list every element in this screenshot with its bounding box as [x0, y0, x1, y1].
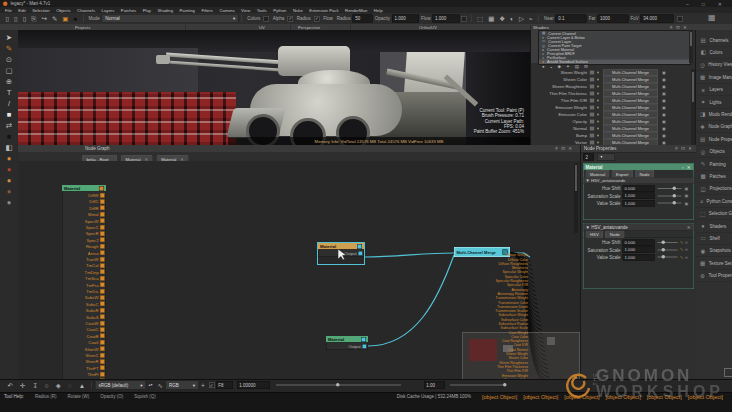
tool-icon[interactable]: ➤: [0, 32, 18, 43]
pane-title-perspective[interactable]: Perspective: [298, 25, 320, 30]
tool-icon[interactable]: ●: [0, 186, 18, 197]
window-control-button[interactable]: ✕: [718, 1, 722, 7]
multi-channel-merge-button[interactable]: Multi-Channel Merge: [603, 83, 658, 90]
multi-channel-merge-button[interactable]: Multi-Channel Merge: [603, 90, 658, 97]
properties-tab[interactable]: HSV: [586, 230, 604, 238]
channel-menu-icon[interactable]: ▣: [662, 126, 666, 131]
shaders-panel-title[interactable]: Shaders: [533, 25, 549, 30]
buffer-value-field[interactable]: 1.00000: [237, 381, 270, 389]
property-slider[interactable]: [658, 195, 682, 196]
palette-tab[interactable]: ◎ Objects: [696, 146, 732, 158]
paint-toolbar-icon[interactable]: ↧: [32, 382, 37, 389]
curve-icon[interactable]: ∿: [158, 382, 163, 389]
colorspace-dropdown[interactable]: sRGB (default)▾: [95, 381, 146, 390]
opacity-field[interactable]: 1.000: [392, 15, 419, 23]
properties-tab[interactable]: Node: [605, 230, 624, 238]
channel-swatch[interactable]: [590, 84, 595, 89]
channel-swatch[interactable]: [590, 112, 595, 117]
menu-item[interactable]: Extension Pack: [309, 8, 338, 13]
toolbar-icon[interactable]: ▯: [23, 15, 27, 22]
radius-field[interactable]: 50: [353, 15, 373, 23]
channel-menu-icon[interactable]: ▣: [662, 119, 666, 124]
node-graph-panel-controls[interactable]: ≡ ⊡ ✕: [555, 146, 573, 151]
toolbar-icon[interactable]: ▯: [6, 15, 10, 22]
window-control-button[interactable]: □: [702, 1, 705, 7]
channel-swatch[interactable]: [590, 98, 595, 103]
toolbar-icon[interactable]: ⬚: [477, 15, 483, 22]
toolbar-icon[interactable]: ↪: [41, 15, 46, 22]
pane-title-ortho[interactable]: Ortho/UV: [419, 25, 437, 30]
tool-icon[interactable]: ✎: [0, 43, 18, 54]
palette-tab[interactable]: ◧ Colors: [696, 46, 732, 58]
palette-tab[interactable]: ● Shaders: [696, 220, 732, 232]
shader-toolbar-icon[interactable]: ◆: [557, 64, 560, 69]
flow-checkbox[interactable]: [461, 16, 467, 22]
tool-icon[interactable]: ⇄: [0, 120, 18, 131]
channel-swatch[interactable]: [590, 91, 595, 96]
channel-swatch[interactable]: [590, 70, 595, 75]
palette-tab[interactable]: ▦ Texture Sets: [696, 257, 732, 269]
status-icon[interactable]: [object Object]: [647, 394, 682, 400]
menu-item[interactable]: Play: [143, 8, 151, 13]
tool-icon[interactable]: /: [0, 98, 18, 109]
properties-tab[interactable]: Node: [635, 170, 654, 178]
shader-toolbar-icon[interactable]: ◒: [550, 64, 553, 69]
property-reset-icon[interactable]: ▣: [685, 201, 689, 206]
status-icon[interactable]: [object Object]: [606, 394, 641, 400]
palette-tab[interactable]: ✎ Painting: [696, 158, 732, 170]
property-remove-icon[interactable]: ✕: [685, 240, 688, 245]
property-value-field[interactable]: 1.000: [623, 254, 655, 261]
menu-item[interactable]: Channels: [77, 8, 95, 13]
property-value-field[interactable]: 1.000: [623, 193, 655, 200]
channel-dropdown[interactable]: RGB▾: [166, 381, 199, 390]
section-close-icon[interactable]: ✕: [687, 224, 692, 229]
toolbar-checkbox[interactable]: Alpha: [262, 16, 286, 22]
section-header-controls[interactable]: ▫ ✕: [682, 164, 692, 169]
channel-swatch[interactable]: [590, 119, 595, 124]
status-icon[interactable]: [object Object]: [564, 394, 599, 400]
palette-tab[interactable]: ▤ Node Properties: [696, 133, 732, 145]
tool-icon[interactable]: ◧: [0, 142, 18, 153]
toolbar-icon[interactable]: ●: [73, 15, 77, 22]
paint-toolbar-icon[interactable]: ○: [45, 382, 49, 389]
shaders-panel-controls[interactable]: ≡ ⊡ ✕: [670, 25, 688, 30]
property-link-icon[interactable]: ✎: [680, 248, 683, 253]
output-port[interactable]: [362, 344, 367, 349]
palette-tab[interactable]: ⬚ Selection Groups: [696, 208, 732, 220]
far-field[interactable]: 1000: [597, 15, 628, 23]
channel-menu-icon[interactable]: ▣: [662, 77, 666, 82]
toolbar-icon[interactable]: ▦: [488, 15, 494, 22]
property-reset-icon[interactable]: ▣: [685, 194, 689, 199]
flow-field[interactable]: 1.000: [432, 15, 459, 23]
property-slider[interactable]: [658, 249, 678, 250]
zoom-slider[interactable]: [450, 385, 506, 386]
paint-mode-dropdown[interactable]: Normal▾: [102, 14, 239, 23]
shader-toolbar-icon[interactable]: ⊞: [584, 64, 588, 69]
menu-item[interactable]: Patches: [121, 8, 136, 13]
palette-tab[interactable]: ❖ Node Graph: [696, 121, 732, 133]
paint-checkbox[interactable]: ✓: [209, 382, 215, 388]
paint-toolbar-icon[interactable]: ◈: [56, 382, 61, 389]
palette-tab[interactable]: ▩ Patches: [696, 170, 732, 182]
paint-toolbar-icon[interactable]: ↶: [8, 382, 13, 389]
property-reset-icon[interactable]: ▣: [685, 186, 689, 191]
property-slider[interactable]: [658, 257, 678, 258]
shader-toolbar-icon[interactable]: ✦: [566, 64, 570, 69]
output-port[interactable]: [358, 251, 363, 256]
palette-tab[interactable]: ◨ Modo Render: [696, 108, 732, 120]
palette-tab[interactable]: ▭ Shelf: [696, 232, 732, 244]
properties-tab[interactable]: Export: [612, 170, 633, 178]
channel-menu-icon[interactable]: ▣: [662, 112, 666, 117]
paint-toolbar-icon[interactable]: ▲: [79, 382, 85, 389]
zoom-level-field[interactable]: 2: [583, 154, 594, 161]
palette-tab[interactable]: ✦ Lights: [696, 96, 732, 108]
toolbar-icon[interactable]: ▯: [14, 15, 18, 22]
material-node-lower[interactable]: Material Output: [326, 336, 368, 357]
multi-channel-merge-button[interactable]: Multi-Channel Merge: [603, 69, 658, 76]
palette-tab[interactable]: ▤ Channels: [696, 34, 732, 46]
tool-icon[interactable]: ●: [0, 153, 18, 164]
toolbar-icon[interactable]: ✎: [52, 15, 57, 22]
multi-channel-merge-button[interactable]: Multi-Channel Merge: [603, 132, 658, 139]
add-icon[interactable]: +: [201, 382, 205, 389]
menu-item[interactable]: Shading: [157, 8, 173, 13]
